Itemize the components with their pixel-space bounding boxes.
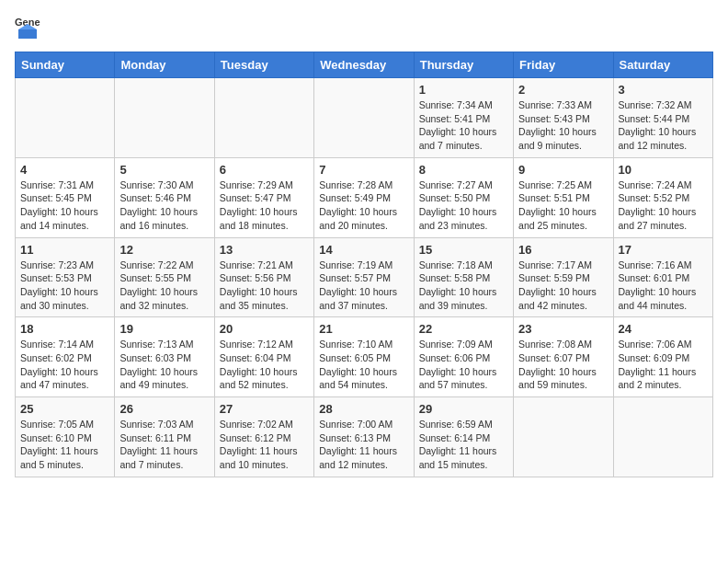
day-info: Sunrise: 7:22 AM Sunset: 5:55 PM Dayligh…	[119, 259, 209, 313]
calendar-cell	[115, 78, 214, 158]
calendar-cell	[16, 78, 115, 158]
day-info: Sunrise: 7:19 AM Sunset: 5:57 PM Dayligh…	[319, 259, 408, 313]
day-info: Sunrise: 7:32 AM Sunset: 5:44 PM Dayligh…	[619, 98, 708, 153]
week-row-1: 1Sunrise: 7:34 AM Sunset: 5:41 PM Daylig…	[16, 78, 713, 158]
calendar-cell: 2Sunrise: 7:33 AM Sunset: 5:43 PM Daylig…	[514, 78, 613, 158]
day-header-monday: Monday	[115, 52, 214, 78]
calendar-cell: 8Sunrise: 7:27 AM Sunset: 5:50 PM Daylig…	[414, 157, 513, 237]
day-number: 1	[419, 83, 508, 97]
day-info: Sunrise: 7:28 AM Sunset: 5:49 PM Dayligh…	[319, 178, 408, 233]
calendar-cell: 18Sunrise: 7:14 AM Sunset: 6:02 PM Dayli…	[16, 317, 115, 397]
calendar-body: 1Sunrise: 7:34 AM Sunset: 5:41 PM Daylig…	[16, 78, 713, 477]
calendar-cell: 12Sunrise: 7:22 AM Sunset: 5:55 PM Dayli…	[115, 237, 214, 317]
header-row: SundayMondayTuesdayWednesdayThursdayFrid…	[16, 52, 713, 78]
day-info: Sunrise: 7:27 AM Sunset: 5:50 PM Dayligh…	[419, 178, 508, 233]
calendar-cell: 1Sunrise: 7:34 AM Sunset: 5:41 PM Daylig…	[414, 78, 513, 158]
day-number: 23	[518, 322, 608, 336]
day-number: 17	[619, 243, 708, 257]
day-number: 28	[319, 402, 408, 416]
day-info: Sunrise: 7:06 AM Sunset: 6:09 PM Dayligh…	[619, 338, 708, 392]
day-number: 12	[119, 243, 209, 257]
day-number: 9	[518, 163, 608, 177]
day-number: 11	[20, 243, 109, 257]
calendar-cell: 9Sunrise: 7:25 AM Sunset: 5:51 PM Daylig…	[514, 157, 613, 237]
day-info: Sunrise: 7:33 AM Sunset: 5:43 PM Dayligh…	[518, 98, 608, 153]
svg-marker-1	[18, 29, 37, 39]
calendar-cell: 6Sunrise: 7:29 AM Sunset: 5:47 PM Daylig…	[214, 157, 313, 237]
calendar-cell: 5Sunrise: 7:30 AM Sunset: 5:46 PM Daylig…	[115, 157, 214, 237]
day-info: Sunrise: 7:05 AM Sunset: 6:10 PM Dayligh…	[20, 418, 109, 472]
day-number: 6	[220, 163, 309, 177]
day-info: Sunrise: 7:00 AM Sunset: 6:13 PM Dayligh…	[319, 418, 408, 472]
week-row-3: 11Sunrise: 7:23 AM Sunset: 5:53 PM Dayli…	[16, 237, 713, 317]
day-info: Sunrise: 7:31 AM Sunset: 5:45 PM Dayligh…	[20, 178, 109, 233]
day-info: Sunrise: 7:24 AM Sunset: 5:52 PM Dayligh…	[619, 178, 708, 233]
calendar-table: SundayMondayTuesdayWednesdayThursdayFrid…	[15, 52, 713, 477]
day-number: 7	[319, 163, 408, 177]
day-info: Sunrise: 7:34 AM Sunset: 5:41 PM Dayligh…	[419, 98, 508, 153]
day-number: 3	[619, 83, 708, 97]
day-info: Sunrise: 7:02 AM Sunset: 6:12 PM Dayligh…	[220, 418, 309, 472]
day-number: 20	[220, 322, 309, 336]
calendar-cell: 27Sunrise: 7:02 AM Sunset: 6:12 PM Dayli…	[214, 397, 313, 477]
day-number: 18	[20, 322, 109, 336]
day-number: 2	[518, 83, 608, 97]
week-row-2: 4Sunrise: 7:31 AM Sunset: 5:45 PM Daylig…	[16, 157, 713, 237]
day-info: Sunrise: 7:23 AM Sunset: 5:53 PM Dayligh…	[20, 259, 109, 313]
calendar-cell: 3Sunrise: 7:32 AM Sunset: 5:44 PM Daylig…	[613, 78, 712, 158]
day-info: Sunrise: 7:16 AM Sunset: 6:01 PM Dayligh…	[619, 259, 708, 313]
day-info: Sunrise: 7:17 AM Sunset: 5:59 PM Dayligh…	[518, 259, 608, 313]
calendar-cell: 28Sunrise: 7:00 AM Sunset: 6:13 PM Dayli…	[314, 397, 414, 477]
day-header-tuesday: Tuesday	[214, 52, 313, 78]
calendar-cell: 16Sunrise: 7:17 AM Sunset: 5:59 PM Dayli…	[514, 237, 613, 317]
day-number: 29	[419, 402, 508, 416]
day-info: Sunrise: 7:03 AM Sunset: 6:11 PM Dayligh…	[119, 418, 209, 472]
day-info: Sunrise: 7:12 AM Sunset: 6:04 PM Dayligh…	[220, 338, 309, 392]
day-header-saturday: Saturday	[613, 52, 712, 78]
calendar-cell	[613, 397, 712, 477]
day-info: Sunrise: 6:59 AM Sunset: 6:14 PM Dayligh…	[419, 418, 508, 472]
calendar-cell	[314, 78, 414, 158]
calendar-cell: 20Sunrise: 7:12 AM Sunset: 6:04 PM Dayli…	[214, 317, 313, 397]
day-number: 16	[518, 243, 608, 257]
day-number: 25	[20, 402, 109, 416]
day-header-thursday: Thursday	[414, 52, 513, 78]
day-info: Sunrise: 7:18 AM Sunset: 5:58 PM Dayligh…	[419, 259, 508, 313]
calendar-cell: 14Sunrise: 7:19 AM Sunset: 5:57 PM Dayli…	[314, 237, 414, 317]
day-number: 4	[20, 163, 109, 177]
day-number: 8	[419, 163, 508, 177]
day-number: 14	[319, 243, 408, 257]
day-info: Sunrise: 7:09 AM Sunset: 6:06 PM Dayligh…	[419, 338, 508, 392]
logo: General	[15, 15, 44, 40]
calendar-cell: 29Sunrise: 6:59 AM Sunset: 6:14 PM Dayli…	[414, 397, 513, 477]
day-info: Sunrise: 7:13 AM Sunset: 6:03 PM Dayligh…	[119, 338, 209, 392]
day-number: 5	[119, 163, 209, 177]
day-info: Sunrise: 7:10 AM Sunset: 6:05 PM Dayligh…	[319, 338, 408, 392]
calendar-cell: 23Sunrise: 7:08 AM Sunset: 6:07 PM Dayli…	[514, 317, 613, 397]
day-info: Sunrise: 7:29 AM Sunset: 5:47 PM Dayligh…	[220, 178, 309, 233]
calendar-cell: 24Sunrise: 7:06 AM Sunset: 6:09 PM Dayli…	[613, 317, 712, 397]
day-number: 21	[319, 322, 408, 336]
day-number: 27	[220, 402, 309, 416]
day-info: Sunrise: 7:14 AM Sunset: 6:02 PM Dayligh…	[20, 338, 109, 392]
day-number: 10	[619, 163, 708, 177]
day-number: 19	[119, 322, 209, 336]
day-header-friday: Friday	[514, 52, 613, 78]
day-header-sunday: Sunday	[16, 52, 115, 78]
week-row-5: 25Sunrise: 7:05 AM Sunset: 6:10 PM Dayli…	[16, 397, 713, 477]
day-number: 24	[619, 322, 708, 336]
calendar-cell	[214, 78, 313, 158]
day-info: Sunrise: 7:08 AM Sunset: 6:07 PM Dayligh…	[518, 338, 608, 392]
calendar-cell: 17Sunrise: 7:16 AM Sunset: 6:01 PM Dayli…	[613, 237, 712, 317]
day-info: Sunrise: 7:25 AM Sunset: 5:51 PM Dayligh…	[518, 178, 608, 233]
calendar-cell: 11Sunrise: 7:23 AM Sunset: 5:53 PM Dayli…	[16, 237, 115, 317]
calendar-cell: 26Sunrise: 7:03 AM Sunset: 6:11 PM Dayli…	[115, 397, 214, 477]
day-info: Sunrise: 7:21 AM Sunset: 5:56 PM Dayligh…	[220, 259, 309, 313]
day-header-wednesday: Wednesday	[314, 52, 414, 78]
calendar-cell: 22Sunrise: 7:09 AM Sunset: 6:06 PM Dayli…	[414, 317, 513, 397]
calendar-header: SundayMondayTuesdayWednesdayThursdayFrid…	[16, 52, 713, 78]
calendar-cell: 19Sunrise: 7:13 AM Sunset: 6:03 PM Dayli…	[115, 317, 214, 397]
logo-icon: General	[15, 15, 40, 40]
day-number: 22	[419, 322, 508, 336]
calendar-cell	[514, 397, 613, 477]
